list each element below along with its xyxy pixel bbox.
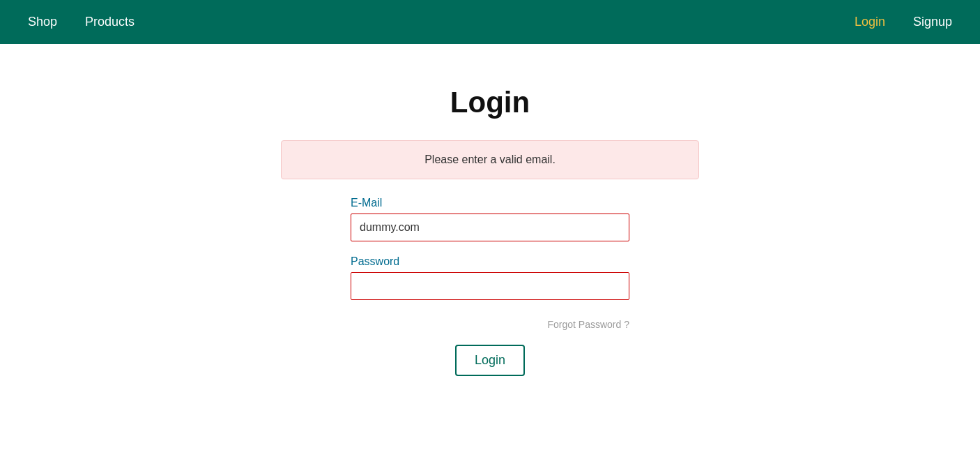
- nav-signup-link[interactable]: Signup: [913, 15, 952, 29]
- nav-left: Shop Products: [28, 15, 135, 29]
- email-label: E-Mail: [351, 197, 629, 209]
- error-banner: Please enter a valid email.: [281, 140, 699, 179]
- nav-shop-link[interactable]: Shop: [28, 15, 57, 29]
- password-label: Password: [351, 255, 629, 268]
- nav-login-link[interactable]: Login: [855, 15, 885, 29]
- main-content: Login Please enter a valid email. E-Mail…: [0, 44, 980, 376]
- password-input[interactable]: [351, 272, 629, 300]
- login-button[interactable]: Login: [455, 345, 525, 376]
- email-form-group: E-Mail: [351, 197, 629, 241]
- forgot-password-row: Forgot Password ?: [351, 318, 629, 331]
- email-input[interactable]: [351, 214, 629, 241]
- forgot-password-link[interactable]: Forgot Password ?: [548, 319, 630, 330]
- nav-products-link[interactable]: Products: [85, 15, 135, 29]
- navbar: Shop Products Login Signup: [0, 0, 980, 44]
- page-title: Login: [450, 86, 530, 119]
- password-form-group: Password: [351, 255, 629, 300]
- nav-right: Login Signup: [855, 15, 952, 29]
